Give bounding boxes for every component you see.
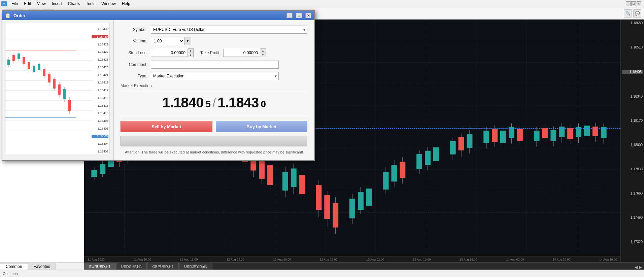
menu-edit[interactable]: Edit	[21, 1, 34, 7]
ask-price-main: 1.1843	[217, 95, 259, 111]
mini-price: 1.18419	[92, 81, 108, 84]
svg-rect-144	[28, 62, 30, 69]
svg-rect-136	[7, 60, 10, 65]
minimize-btn[interactable]: _	[626, 1, 631, 6]
time-label: 14 Aug 02:00	[506, 258, 524, 261]
search-toolbar-btn[interactable]: 🔍	[624, 9, 632, 18]
chart-tab-usdjpy-daily[interactable]: USDJPY,Daily	[179, 263, 213, 270]
type-select[interactable]: Market Execution	[151, 72, 279, 80]
mini-price: 1.18413	[92, 104, 108, 107]
menu-window[interactable]: Window	[99, 1, 118, 7]
svg-rect-140	[18, 54, 20, 59]
attention-text: Attention! The trade will be executed at…	[121, 150, 307, 155]
menu-bar: M File Edit View Insert Charts Tools Win…	[0, 0, 644, 7]
stoploss-down-btn[interactable]: ▼	[188, 53, 193, 57]
mini-price: 1.18425	[92, 58, 108, 61]
svg-rect-60	[291, 169, 296, 187]
comment-control	[151, 61, 307, 69]
close-order-btn[interactable]	[121, 136, 307, 146]
menu-view[interactable]: View	[34, 1, 48, 7]
svg-rect-90	[459, 137, 464, 150]
svg-rect-100	[509, 128, 514, 138]
type-control: Market Execution ▼	[151, 72, 279, 80]
dialog-title-bar: 📋 Order _ □ ✕	[2, 11, 314, 20]
bid-ask-prices: 1.18405 / 1.18430	[121, 95, 307, 111]
dialog-close-btn[interactable]: ✕	[305, 13, 311, 18]
symbol-select[interactable]: EURUSD, Euro vs US Dollar	[151, 26, 307, 34]
takeprofit-up-btn[interactable]: ▲	[260, 49, 266, 53]
bid-price-suffix: 5	[205, 99, 210, 110]
time-label: 14 Aug 10:00	[553, 258, 571, 261]
stoploss-spinbox: ▲ ▼	[151, 48, 194, 57]
chart-time-bar: 11 Aug 2020 11 Aug 10:00 11 Aug 18:00 12…	[84, 256, 620, 262]
takeprofit-label: Take Profit:	[200, 50, 221, 55]
svg-rect-154	[53, 79, 56, 89]
svg-rect-142	[23, 57, 25, 64]
stoploss-input[interactable]	[151, 49, 188, 57]
scroll-right-icon[interactable]: ▶	[638, 265, 643, 270]
svg-rect-118	[592, 127, 598, 136]
comment-row: Comment:	[121, 61, 307, 69]
maximize-btn[interactable]: □	[631, 1, 636, 6]
svg-rect-76	[383, 172, 388, 189]
comment-input[interactable]	[151, 61, 279, 69]
menu-help[interactable]: Help	[119, 1, 133, 7]
chart-tab-gbpusd-h1[interactable]: GBPUSD,H1	[147, 263, 179, 270]
type-label: Type:	[121, 74, 151, 78]
svg-rect-160	[68, 100, 71, 111]
svg-rect-84	[425, 151, 431, 165]
svg-rect-114	[576, 128, 581, 137]
tab-favorites[interactable]: Favorites	[28, 263, 56, 270]
svg-rect-56	[268, 165, 273, 185]
svg-rect-120	[601, 128, 606, 138]
current-price-label: 1.18405	[622, 70, 643, 74]
bottom-tabs: Common Favorites	[0, 262, 84, 270]
order-dialog: 📋 Order _ □ ✕ EURUSD	[2, 10, 315, 161]
stoploss-spinbtns: ▲ ▼	[188, 48, 194, 57]
price-label: 1.18000	[622, 143, 643, 147]
menu-file[interactable]: File	[9, 1, 21, 7]
price-label: 1.18170	[622, 119, 643, 123]
mini-price: 1.18402	[92, 150, 108, 153]
takeprofit-input[interactable]	[223, 49, 260, 57]
price-label: 1.17660	[622, 192, 643, 195]
sell-by-market-btn[interactable]: Sell by Market	[121, 121, 212, 132]
time-label: 12 Aug 18:00	[320, 258, 338, 261]
dialog-title-text: Order	[13, 13, 283, 18]
dialog-minimize-btn[interactable]: _	[286, 13, 293, 18]
symbol-label: Symbol:	[121, 27, 151, 32]
time-label: 13 Aug 18:00	[460, 258, 477, 261]
chart-tab-eurusd-h1[interactable]: EURUSD,H1	[84, 263, 116, 270]
tab-common[interactable]: Common	[0, 263, 28, 270]
close-btn[interactable]: ✕	[637, 1, 641, 6]
svg-rect-62	[299, 175, 305, 194]
status-text: Common	[3, 272, 18, 276]
menu-tools[interactable]: Tools	[83, 1, 98, 7]
volume-wrapper: 1.00 ▼	[151, 37, 191, 45]
svg-rect-82	[417, 154, 422, 169]
dialog-chart-side: EURUSD	[2, 20, 113, 160]
volume-label: Volume:	[121, 39, 151, 43]
svg-rect-94	[484, 131, 489, 143]
menu-insert[interactable]: Insert	[49, 1, 65, 7]
dialog-restore-btn[interactable]: □	[296, 13, 302, 18]
svg-rect-96	[492, 129, 498, 142]
scroll-left-icon[interactable]: ◀	[634, 265, 638, 270]
takeprofit-spinbtns: ▲ ▼	[260, 48, 266, 57]
mini-price: 1.18427	[92, 50, 108, 54]
symbol-row: Symbol: EURUSD, Euro vs US Dollar ▼	[121, 26, 307, 34]
chart-tab-usdchf-h1[interactable]: USDCHF,H1	[116, 263, 147, 270]
volume-select[interactable]: 1.00	[151, 37, 184, 45]
chart-tab-bar: EURUSD,H1 USDCHF,H1 GBPUSD,H1 USDJPY,Dai…	[84, 262, 644, 270]
svg-rect-102	[517, 130, 522, 141]
message-toolbar-btn[interactable]: 💬	[633, 9, 641, 18]
stoploss-up-btn[interactable]: ▲	[188, 49, 193, 53]
takeprofit-down-btn[interactable]: ▼	[260, 53, 266, 57]
status-bar: Common	[0, 270, 644, 277]
svg-rect-54	[259, 159, 265, 179]
svg-rect-70	[350, 199, 355, 218]
buy-by-market-btn[interactable]: Buy by Market	[216, 121, 308, 132]
svg-rect-148	[38, 64, 40, 70]
menu-charts[interactable]: Charts	[65, 1, 82, 7]
mini-chart-prices: 1.18432 1.18430 1.18429 1.18427 1.18425 …	[92, 27, 108, 154]
